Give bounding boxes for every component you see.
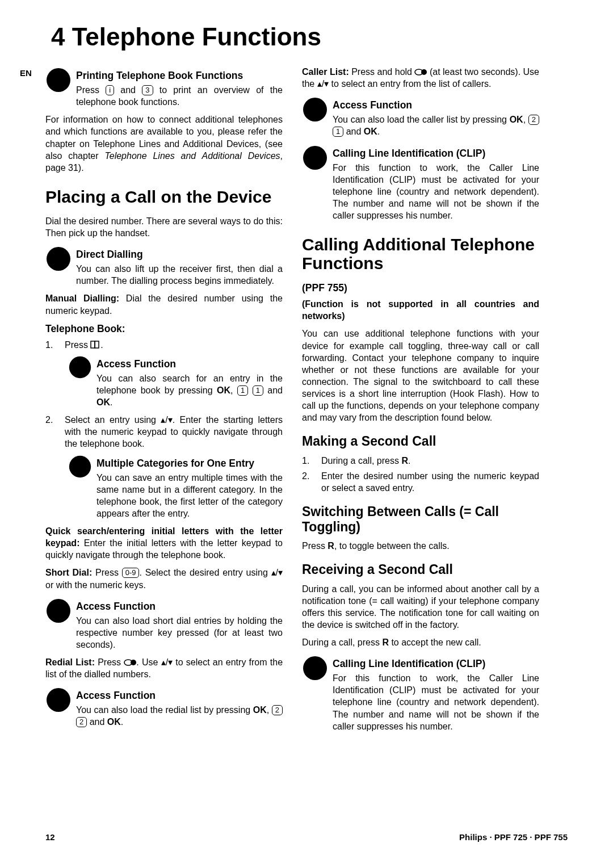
info-icon bbox=[302, 145, 328, 171]
key-2: 2 bbox=[272, 705, 283, 715]
page-number: 12 bbox=[45, 832, 55, 842]
updown-icon: ▴/▾ bbox=[161, 415, 172, 425]
info-title: Printing Telephone Book Functions bbox=[76, 69, 283, 82]
ordered-list: 1. Press . bbox=[45, 339, 283, 351]
ordered-list: 2. Select an entry using ▴/▾. Enter the … bbox=[45, 414, 283, 450]
right-column: Caller List: Press and hold (at least tw… bbox=[302, 66, 539, 738]
info-access-function: Access Function You can also load short … bbox=[45, 597, 283, 651]
body-text: You can also search for an entry in the … bbox=[96, 374, 283, 407]
info-icon bbox=[68, 355, 92, 379]
list-item: 2. Select an entry using ▴/▾. Enter the … bbox=[45, 414, 283, 450]
redial-icon bbox=[414, 67, 427, 77]
body-paragraph: Manual Dialling: Dial the desired number… bbox=[45, 292, 283, 316]
info-title: Calling Line Identification (CLIP) bbox=[333, 147, 539, 160]
body-text: Press i and 3 to print an overview of th… bbox=[76, 85, 283, 107]
info-icon bbox=[302, 655, 328, 681]
info-title: Calling Line Identification (CLIP) bbox=[333, 657, 539, 670]
info-access-function: Access Function You can also load the re… bbox=[45, 686, 283, 728]
info-icon bbox=[45, 246, 72, 272]
key-i: i bbox=[106, 85, 114, 95]
support-note: (Function is not supported in all countr… bbox=[302, 298, 539, 322]
svg-point-6 bbox=[131, 660, 136, 665]
page-footer: 12 Philips · PPF 725 · PPF 755 bbox=[45, 832, 568, 842]
info-icon bbox=[45, 67, 72, 93]
info-title: Multiple Categories for One Entry bbox=[96, 457, 283, 470]
info-title: Access Function bbox=[96, 358, 283, 371]
book-icon bbox=[90, 340, 100, 350]
key-3: 3 bbox=[142, 85, 153, 95]
product-label: Philips · PPF 725 · PPF 755 bbox=[459, 832, 568, 842]
body-paragraph: Dial the desired number. There are sever… bbox=[45, 215, 283, 239]
subhead-telephone-book: Telephone Book: bbox=[45, 322, 283, 336]
updown-icon: ▴/▾ bbox=[317, 79, 329, 89]
info-title: Access Function bbox=[333, 99, 539, 112]
section-heading-calling-additional: Calling Additional Telephone Functions bbox=[302, 235, 539, 272]
body-paragraph: Quick search/entering initial letters wi… bbox=[45, 525, 283, 561]
body-text: You can also lift up the receiver first,… bbox=[76, 264, 283, 286]
key-1: 1 bbox=[333, 127, 343, 137]
info-icon bbox=[68, 455, 92, 479]
model-label: (PPF 755) bbox=[302, 282, 539, 295]
svg-rect-4 bbox=[95, 341, 99, 348]
body-paragraph: Short Dial: Press 0-9. Select the desire… bbox=[45, 567, 283, 590]
subsection-heading-receiving: Receiving a Second Call bbox=[302, 562, 539, 577]
body-text: You can also load the caller list by pre… bbox=[333, 115, 539, 136]
svg-point-8 bbox=[421, 69, 427, 75]
language-marker: EN bbox=[20, 68, 32, 78]
body-text: For this function to work, the Caller Li… bbox=[333, 163, 539, 220]
info-title: Access Function bbox=[76, 600, 283, 613]
body-paragraph: You can use additional telephone functio… bbox=[302, 328, 539, 423]
left-column: Printing Telephone Book Functions Press … bbox=[45, 66, 283, 738]
info-title: Access Function bbox=[76, 689, 283, 702]
info-access-function: Access Function You can also search for … bbox=[68, 354, 283, 408]
body-text: You can also load the redial list by pre… bbox=[76, 705, 283, 727]
body-paragraph: During a call, press R to accept the new… bbox=[302, 636, 539, 648]
body-paragraph: During a call, you can be informed about… bbox=[302, 583, 539, 631]
list-item: 1. Press . bbox=[45, 339, 283, 351]
info-multiple-categories: Multiple Categories for One Entry You ca… bbox=[68, 454, 283, 520]
body-paragraph: Press R, to toggle between the calls. bbox=[302, 540, 539, 552]
info-access-function: Access Function You can also load the ca… bbox=[302, 95, 539, 137]
body-text: You can also load short dial entries by … bbox=[76, 616, 283, 649]
list-item: 1. During a call, press R. bbox=[302, 455, 539, 467]
key-0-9: 0-9 bbox=[122, 568, 140, 578]
list-item: 2. Enter the desired number using the nu… bbox=[302, 470, 539, 494]
section-heading-placing-call: Placing a Call on the Device bbox=[45, 187, 283, 206]
body-text: You can save an entry multiple times wit… bbox=[96, 473, 283, 518]
key-2: 2 bbox=[76, 717, 87, 727]
info-clip: Calling Line Identification (CLIP) For t… bbox=[302, 144, 539, 222]
info-icon bbox=[45, 687, 72, 713]
body-text: For this function to work, the Caller Li… bbox=[333, 673, 539, 731]
ordered-list: 1. During a call, press R. 2. Enter the … bbox=[302, 455, 539, 494]
subsection-heading-making-second: Making a Second Call bbox=[302, 434, 539, 448]
body-paragraph: For information on how to connect additi… bbox=[45, 114, 283, 174]
info-icon bbox=[45, 598, 72, 624]
subsection-heading-switching: Switching Between Calls (= Call Toggling… bbox=[302, 504, 539, 534]
body-paragraph: Caller List: Press and hold (at least tw… bbox=[302, 66, 539, 90]
redial-icon bbox=[124, 657, 136, 667]
info-icon bbox=[302, 97, 328, 123]
key-1: 1 bbox=[253, 385, 263, 396]
info-direct-dialling: Direct Dialling You can also lift up the… bbox=[45, 245, 283, 287]
chapter-title: 4 Telephone Functions bbox=[51, 23, 568, 51]
info-clip: Calling Line Identification (CLIP) For t… bbox=[302, 654, 539, 732]
key-1: 1 bbox=[237, 385, 248, 396]
updown-icon: ▴/▾ bbox=[161, 657, 173, 667]
info-printing-functions: Printing Telephone Book Functions Press … bbox=[45, 66, 283, 108]
key-2: 2 bbox=[528, 115, 539, 125]
svg-rect-3 bbox=[91, 341, 95, 348]
info-title: Direct Dialling bbox=[76, 248, 283, 261]
updown-icon: ▴/▾ bbox=[271, 568, 283, 577]
body-paragraph: Redial List: Press . Use ▴/▾ to select a… bbox=[45, 656, 283, 680]
